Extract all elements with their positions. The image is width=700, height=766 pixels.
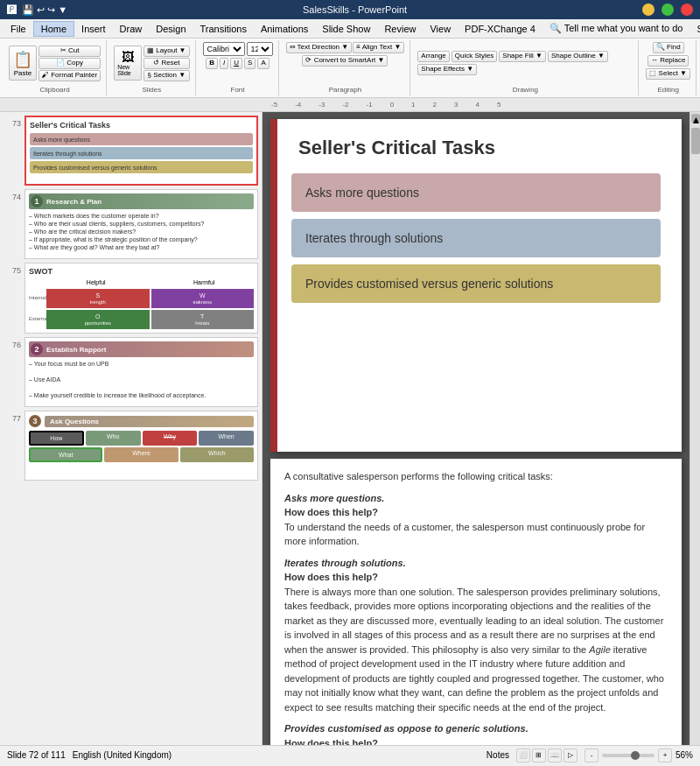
swot-opportunities: Opportunities	[46, 310, 150, 329]
zoom-in-button[interactable]: +	[658, 748, 672, 762]
shape-effects-button[interactable]: Shape Effects ▼	[417, 64, 477, 75]
title-bar-left: 🅿 💾 ↩ ↪ ▼	[7, 4, 67, 16]
copy-button[interactable]: 📄 Copy	[38, 58, 101, 69]
menu-share[interactable]: Share	[690, 22, 700, 36]
paragraph-controls: ⇔ Text Direction ▼ ≡ Align Text ▼ ⟳ Conv…	[286, 42, 405, 84]
scroll-up-button[interactable]: ▲	[691, 114, 700, 123]
slide-thumb-73[interactable]: 73 Seller's Critical Tasks Asks more que…	[4, 116, 258, 186]
editing-label: Editing	[657, 86, 678, 94]
slide-img-75[interactable]: SWOT Helpful Harmful Internal External S…	[24, 263, 258, 334]
select-button[interactable]: ⬚ Select ▼	[646, 68, 690, 80]
slide-thumb-75[interactable]: 75 SWOT Helpful Harmful Internal Externa…	[4, 263, 258, 334]
italic-button[interactable]: I	[220, 58, 228, 69]
cut-button[interactable]: ✂ Cut	[38, 46, 101, 57]
text-section-2: Iterates through solutions. How does thi…	[284, 556, 668, 715]
menu-file[interactable]: File	[4, 22, 33, 36]
section-3-subheading: How does this help?	[284, 736, 668, 746]
paste-button[interactable]: 📋 Paste	[9, 46, 37, 81]
reset-button[interactable]: ↺ Reset	[144, 58, 189, 69]
slides-secondary: ▦ Layout ▼ ↺ Reset § Section ▼	[144, 46, 189, 81]
layout-button[interactable]: ▦ Layout ▼	[144, 46, 189, 57]
slide-info: Slide 72 of 111	[7, 750, 66, 760]
font-group: Calibri 12 B I U S A Font	[198, 40, 279, 95]
q-when: When	[199, 431, 254, 446]
menu-home[interactable]: Home	[33, 21, 74, 37]
slide-img-73[interactable]: Seller's Critical Tasks Asks more questi…	[24, 116, 258, 186]
slide-thumb-77[interactable]: 77 3 Ask Questions How Who Why When What…	[4, 411, 258, 481]
notes-button[interactable]: Notes	[486, 750, 509, 760]
slide-73-bar-3: Provides customised versus generic solut…	[30, 161, 253, 173]
section-1-subheading: How does this help?	[284, 505, 668, 520]
slide-thumb-74[interactable]: 74 1 Research & Plan – Which markets doe…	[4, 189, 258, 259]
arrange-button[interactable]: Arrange	[417, 51, 449, 62]
paragraph-group: ⇔ Text Direction ▼ ≡ Align Text ▼ ⟳ Conv…	[281, 40, 411, 95]
vertical-scrollbar[interactable]: ▲	[690, 112, 700, 745]
menu-pdf[interactable]: PDF-XChange 4	[458, 22, 542, 36]
bottom-bar: Slide 72 of 111 English (United Kingdom)…	[0, 745, 700, 764]
menu-animations[interactable]: Animations	[254, 22, 315, 36]
shape-palette: Arrange Quick Styles Shape Fill ▼ Shape …	[417, 51, 633, 75]
text-direction-button[interactable]: ⇔ Text Direction ▼	[286, 42, 353, 53]
section-1-body: To understand the needs of a customer, t…	[284, 520, 668, 549]
bold-button[interactable]: B	[206, 58, 218, 69]
align-text-button[interactable]: ≡ Align Text ▼	[353, 42, 404, 53]
quick-styles-button[interactable]: Quick Styles	[452, 51, 497, 62]
font-family-select[interactable]: Calibri	[203, 42, 245, 56]
window-controls[interactable]	[642, 4, 693, 16]
q-why: Why	[143, 431, 198, 446]
menu-design[interactable]: Design	[149, 22, 192, 36]
menu-tell-me[interactable]: 🔍 Tell me what you want to do	[542, 21, 690, 36]
slide-img-77[interactable]: 3 Ask Questions How Who Why When What Wh…	[24, 411, 258, 481]
drawing-group: Arrange Quick Styles Shape Fill ▼ Shape …	[412, 40, 639, 95]
find-button[interactable]: 🔍 Find	[653, 42, 684, 53]
shape-fill-button[interactable]: Shape Fill ▼	[499, 51, 546, 62]
slide-thumb-76[interactable]: 76 2 Establish Rapport – Your focus must…	[4, 337, 258, 407]
section-2-body: There is always more than one solution. …	[284, 585, 668, 715]
language-info: English (United Kingdom)	[73, 750, 172, 760]
slide-sorter-button[interactable]: ⊞	[532, 748, 546, 762]
slide-panel[interactable]: 73 Seller's Critical Tasks Asks more que…	[0, 112, 262, 745]
new-slide-button[interactable]: 🖼 New Slide	[114, 46, 142, 81]
slide-74-num: 1	[31, 195, 43, 207]
underline-button[interactable]: U	[230, 58, 242, 69]
slide-img-76[interactable]: 2 Establish Rapport – Your focus must be…	[24, 337, 258, 407]
scroll-thumb[interactable]	[691, 128, 700, 154]
convert-smartart-button[interactable]: ⟳ Convert to SmartArt ▼	[302, 55, 388, 67]
zoom-control: - + 56%	[584, 748, 693, 762]
zoom-slider[interactable]	[602, 754, 654, 757]
fontcolor-button[interactable]: A	[257, 58, 269, 69]
maximize-button[interactable]	[662, 4, 674, 16]
clipboard-secondary: ✂ Cut 📄 Copy 🖌 Format Painter	[38, 46, 101, 81]
main-slide-container: Seller's Critical Tasks Asks more questi…	[270, 119, 682, 452]
new-slide-label: New Slide	[117, 64, 138, 76]
section-1-heading: Asks more questions.	[284, 491, 668, 506]
slide-img-74[interactable]: 1 Research & Plan – Which markets does t…	[24, 189, 258, 259]
agile-text: Agile	[589, 644, 610, 655]
slide-74-header: 1 Research & Plan	[29, 193, 254, 209]
minimize-button[interactable]	[642, 4, 654, 16]
menu-draw[interactable]: Draw	[113, 22, 150, 36]
zoom-out-button[interactable]: -	[584, 748, 598, 762]
reading-view-button[interactable]: 📖	[548, 748, 562, 762]
slides-buttons: 🖼 New Slide ▦ Layout ▼ ↺ Reset § Section…	[114, 42, 189, 84]
zoom-slider-thumb[interactable]	[631, 751, 640, 760]
close-button[interactable]	[681, 4, 693, 16]
menu-insert[interactable]: Insert	[74, 22, 113, 36]
menu-view[interactable]: View	[423, 22, 458, 36]
slideshow-button[interactable]: ▷	[564, 748, 578, 762]
normal-view-button[interactable]: ⬜	[516, 748, 530, 762]
section-button[interactable]: § Section ▼	[144, 70, 189, 81]
slide-73-bar-1: Asks more questions	[30, 133, 253, 145]
slide-74-bullets: – Which markets does the customer operat…	[29, 212, 254, 251]
menu-slideshow[interactable]: Slide Show	[315, 22, 377, 36]
main-slide-title: Seller's Critical Tasks	[298, 137, 661, 159]
editing-controls: 🔍 Find ↔ Replace ⬚ Select ▼	[646, 42, 690, 84]
menu-transitions[interactable]: Transitions	[193, 22, 254, 36]
strikethrough-button[interactable]: S	[244, 58, 256, 69]
menu-review[interactable]: Review	[377, 22, 423, 36]
replace-button[interactable]: ↔ Replace	[648, 55, 690, 67]
font-size-select[interactable]: 12	[247, 42, 273, 56]
drawing-controls: Arrange Quick Styles Shape Fill ▼ Shape …	[417, 42, 633, 84]
shape-outline-button[interactable]: Shape Outline ▼	[548, 51, 608, 62]
format-painter-button[interactable]: 🖌 Format Painter	[38, 70, 101, 81]
